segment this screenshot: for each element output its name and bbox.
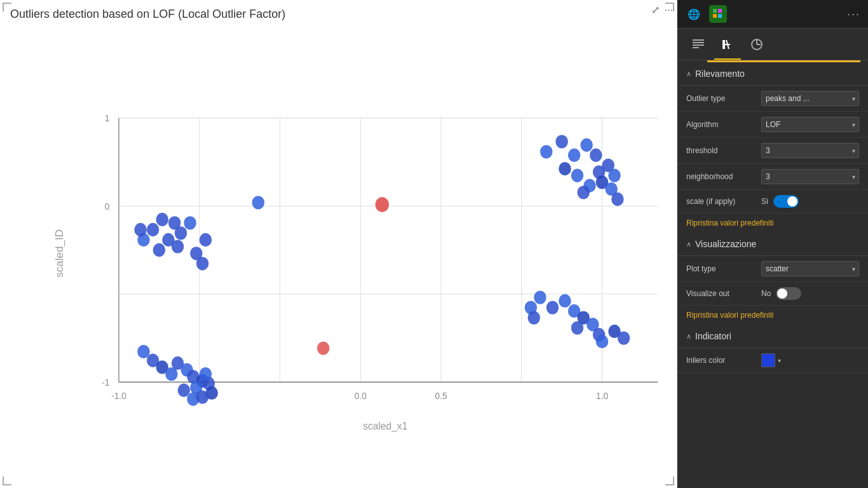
visualize-out-toggle[interactable]	[776, 287, 801, 300]
svg-point-38	[568, 149, 581, 162]
svg-text:-1.0: -1.0	[111, 390, 126, 401]
plot-type-select-wrapper[interactable]: scatter	[761, 261, 859, 276]
scale-value-text: Sì	[761, 197, 768, 206]
inliers-color-control[interactable]: ▾	[761, 353, 781, 367]
outlier-type-select[interactable]: peaks and ...	[761, 91, 859, 106]
scale-toggle-knob	[787, 196, 797, 207]
visualize-out-toggle-container: No	[761, 287, 801, 300]
visualize-out-value-text: No	[761, 289, 771, 298]
svg-text:0.5: 0.5	[435, 390, 447, 401]
svg-rect-89	[722, 40, 725, 49]
section-rilevamento-label: Rilevamento	[695, 69, 745, 79]
sidebar-header: 🌐 ···	[677, 0, 868, 29]
scatter-plot-svg: 1 0 -1 -1.0 -0.5 0.0 0.5 1.0 scaled_x1 s…	[44, 30, 664, 450]
plot-type-select[interactable]: scatter	[761, 261, 859, 276]
svg-point-53	[559, 294, 571, 308]
more-options-icon[interactable]: ···	[665, 4, 673, 16]
inliers-color-row: Inliers color ▾	[677, 348, 868, 373]
scale-toggle[interactable]	[773, 195, 799, 208]
svg-rect-81	[713, 9, 717, 13]
section-rilevamento-header[interactable]: ∧ Rilevamento	[677, 62, 868, 85]
svg-point-29	[172, 240, 184, 254]
svg-point-56	[571, 321, 584, 334]
svg-text:-1: -1	[102, 377, 109, 388]
tab-analytics[interactable]	[743, 34, 770, 60]
scale-label: scale (if apply)	[686, 197, 756, 206]
algorithm-label: Algorithm	[686, 120, 756, 129]
threshold-row: threshold 3	[677, 138, 868, 164]
neighborhood-select-wrapper[interactable]: 3	[761, 169, 859, 184]
reset-link-1[interactable]: Ripristina valori predefiniti	[677, 214, 868, 233]
globe-icon[interactable]: 🌐	[685, 5, 703, 23]
algorithm-select[interactable]: LOF	[761, 117, 859, 132]
visualize-out-toggle-knob	[777, 288, 787, 299]
svg-point-51	[534, 290, 546, 304]
tab-format[interactable]	[714, 34, 741, 60]
plot-type-label: Plot type	[686, 264, 756, 273]
outlier-type-label: Outlier type	[686, 94, 756, 103]
chart-title: Outliers detection based on LOF (Local O…	[0, 0, 677, 24]
sidebar-header-more[interactable]: ···	[847, 8, 860, 21]
svg-text:scaled_ID: scaled_ID	[54, 229, 65, 278]
svg-rect-88	[693, 47, 699, 48]
threshold-select[interactable]: 3	[761, 143, 859, 158]
svg-point-59	[596, 335, 609, 348]
corner-tl	[3, 3, 11, 11]
inliers-color-chevron[interactable]: ▾	[778, 357, 781, 364]
svg-text:1: 1	[105, 112, 110, 123]
section-visualizzazione-header[interactable]: ∧ Visualizzazione	[677, 233, 868, 255]
expand-icon[interactable]: ⤢	[651, 4, 660, 16]
svg-text:scaled_x1: scaled_x1	[363, 419, 407, 432]
chart-topbar: ⤢ ···	[651, 4, 673, 16]
svg-point-74	[200, 367, 212, 381]
algorithm-select-wrapper[interactable]: LOF	[761, 117, 859, 132]
svg-point-42	[571, 169, 584, 182]
svg-point-26	[153, 243, 166, 257]
svg-point-40	[590, 149, 602, 162]
svg-point-41	[559, 162, 571, 175]
svg-point-52	[546, 301, 559, 314]
svg-text:1.0: 1.0	[596, 390, 608, 401]
section-visualizzazione-label: Visualizzazione	[695, 239, 756, 249]
svg-point-34	[134, 223, 147, 236]
svg-text:0: 0	[105, 201, 110, 212]
neighborhood-select[interactable]: 3	[761, 169, 859, 184]
visualize-out-label: Visualize out	[686, 289, 756, 298]
svg-point-32	[200, 233, 212, 247]
svg-point-50	[611, 193, 624, 206]
chart-container: 1 0 -1 -1.0 -0.5 0.0 0.5 1.0 scaled_x1 s…	[0, 24, 677, 488]
svg-point-36	[540, 145, 553, 158]
grid-chart-icon[interactable]	[709, 5, 727, 23]
svg-point-28	[184, 216, 196, 229]
plot-type-row: Plot type scatter	[677, 256, 868, 282]
chevron-indicatori: ∧	[686, 332, 691, 341]
algorithm-row: Algorithm LOF	[677, 112, 868, 138]
outlier-type-row: Outlier type peaks and ...	[677, 86, 868, 112]
sidebar: 🌐 ···	[677, 0, 868, 488]
sidebar-tabs	[677, 29, 868, 60]
svg-point-37	[555, 135, 568, 148]
chart-area: ⤢ ··· Outliers detection based on LOF (L…	[0, 0, 677, 488]
chevron-rilevamento: ∧	[686, 70, 691, 78]
outlier-type-select-wrapper[interactable]: peaks and ...	[761, 91, 859, 106]
svg-rect-83	[713, 14, 717, 18]
svg-point-46	[608, 169, 621, 182]
svg-text:0.0: 0.0	[355, 390, 367, 401]
threshold-select-wrapper[interactable]: 3	[761, 143, 859, 158]
inliers-color-label: Inliers color	[686, 356, 756, 365]
svg-point-78	[196, 390, 209, 403]
svg-point-31	[196, 257, 209, 270]
svg-point-35	[252, 196, 265, 209]
tab-fields[interactable]	[685, 34, 712, 60]
visualize-out-row: Visualize out No	[677, 282, 868, 306]
svg-point-63	[528, 311, 541, 324]
section-indicatori-header[interactable]: ∧ Indicatori	[677, 325, 868, 348]
svg-point-48	[578, 186, 590, 199]
svg-point-39	[580, 139, 593, 152]
svg-point-79	[376, 197, 389, 212]
svg-rect-85	[693, 39, 704, 41]
neighborhood-row: neighborhood 3	[677, 164, 868, 190]
inliers-color-swatch[interactable]	[761, 353, 775, 367]
svg-rect-87	[693, 44, 704, 46]
reset-link-2[interactable]: Ripristina valori predefiniti	[677, 306, 868, 325]
